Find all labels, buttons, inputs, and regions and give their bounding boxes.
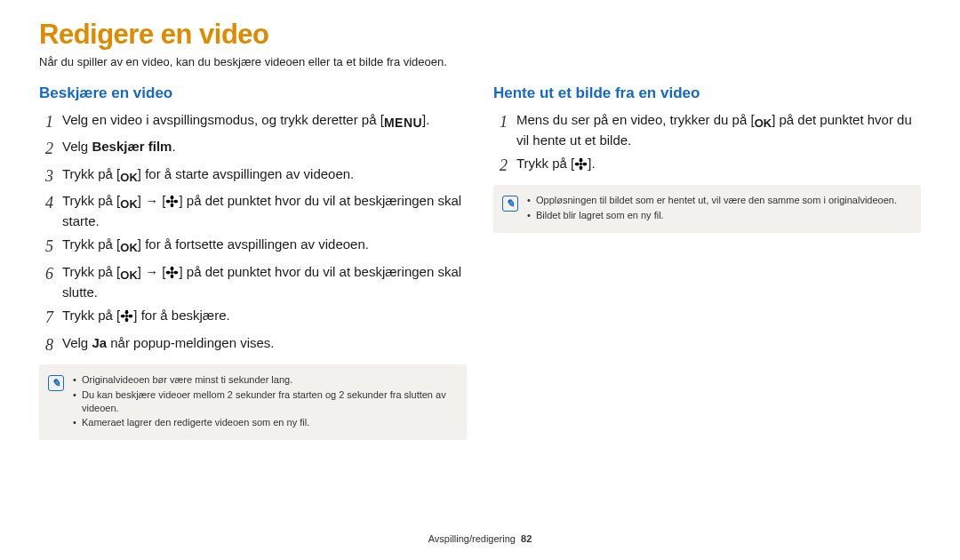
flower-icon <box>120 309 133 327</box>
ok-icon: OK <box>120 170 138 186</box>
svg-point-13 <box>121 315 125 318</box>
svg-point-18 <box>575 163 580 166</box>
step-text: Trykk på [OK] for å starte avspillingen … <box>62 165 467 186</box>
step-item: 3Trykk på [OK] for å starte avspillingen… <box>39 165 467 187</box>
ok-icon: OK <box>120 196 138 212</box>
note-item: Bildet blir lagret som en ny fil. <box>527 209 910 222</box>
section-heading-capture: Hente ut et bilde fra en video <box>493 84 921 102</box>
svg-point-0 <box>171 200 173 203</box>
two-column-layout: Beskjære en video 1Velg en video i avspi… <box>39 84 921 440</box>
svg-point-7 <box>171 274 174 278</box>
ok-icon: OK <box>120 240 138 256</box>
svg-point-5 <box>171 271 173 274</box>
page-footer: Avspilling/redigering 82 <box>0 533 960 544</box>
ok-icon: OK <box>120 268 138 284</box>
step-text: Trykk på [OK] for å fortsette avspilling… <box>62 236 467 256</box>
step-number: 3 <box>39 165 53 187</box>
step-number: 8 <box>39 334 53 356</box>
svg-point-12 <box>125 318 129 323</box>
step-number: 1 <box>39 111 53 132</box>
step-text: Mens du ser på en video, trykker du på [… <box>516 111 921 149</box>
svg-point-4 <box>174 200 179 204</box>
step-item: 2Trykk på []. <box>493 155 921 176</box>
intro-text: Når du spiller av en video, kan du beskj… <box>39 55 921 68</box>
step-text: Trykk på [OK] → [] på det punktet hvor d… <box>62 263 467 302</box>
step-number: 2 <box>39 138 53 159</box>
svg-point-3 <box>166 200 171 204</box>
footer-page-number: 82 <box>521 533 532 544</box>
trim-steps-list: 1Velg en video i avspillingsmodus, og tr… <box>39 111 467 356</box>
step-number: 5 <box>39 236 53 257</box>
step-text: Trykk på [] for å beskjære. <box>62 307 467 327</box>
step-number: 4 <box>39 192 53 213</box>
step-item: 5Trykk på [OK] for å fortsette avspillin… <box>39 236 467 257</box>
flower-icon <box>165 266 179 284</box>
note-box-trim: ✎ Originalvideoen bør være minst ti seku… <box>39 364 467 440</box>
svg-point-2 <box>171 203 174 207</box>
capture-steps-list: 1Mens du ser på en video, trykker du på … <box>493 111 921 176</box>
flower-icon <box>574 157 588 175</box>
step-item: 6Trykk på [OK] → [] på det punktet hvor … <box>39 263 467 302</box>
step-item: 4Trykk på [OK] → [] på det punktet hvor … <box>39 192 467 231</box>
page-title: Redigere en video <box>39 20 921 50</box>
note-item: Du kan beskjære videoer mellom 2 sekunde… <box>73 388 456 415</box>
note-item: Oppløsningen til bildet som er hentet ut… <box>527 194 910 207</box>
note-box-capture: ✎ Oppløsningen til bildet som er hentet … <box>493 185 921 233</box>
svg-point-19 <box>583 163 588 166</box>
svg-point-9 <box>174 270 179 274</box>
note-item: Kameraet lagrer den redigerte videoen so… <box>73 416 456 429</box>
step-item: 8Velg Ja når popup-meldingen vises. <box>39 334 467 356</box>
ok-icon: OK <box>755 116 772 132</box>
svg-point-15 <box>580 163 582 165</box>
step-text: Velg Beskjær film. <box>62 138 467 156</box>
step-number: 6 <box>39 263 53 284</box>
step-text: Trykk på []. <box>516 155 921 175</box>
trim-notes-list: Originalvideoen bør være minst ti sekund… <box>73 373 456 431</box>
step-item: 7Trykk på [] for å beskjære. <box>39 307 467 328</box>
step-number: 1 <box>493 111 508 132</box>
menu-icon: MENU <box>384 115 422 132</box>
note-item: Originalvideoen bør være minst ti sekund… <box>73 373 456 387</box>
footer-section: Avspilling/redigering <box>428 533 516 544</box>
svg-point-1 <box>171 196 174 200</box>
svg-point-16 <box>580 158 583 163</box>
svg-point-6 <box>171 267 174 271</box>
svg-point-14 <box>129 315 133 318</box>
step-number: 2 <box>493 155 508 176</box>
svg-point-8 <box>166 270 171 274</box>
manual-page: Redigere en video Når du spiller av en v… <box>0 0 960 560</box>
section-heading-trim: Beskjære en video <box>39 84 467 102</box>
step-item: 2Velg Beskjær film. <box>39 138 467 159</box>
svg-point-17 <box>580 165 583 170</box>
step-text: Velg Ja når popup-meldingen vises. <box>62 334 467 352</box>
svg-point-10 <box>125 315 128 317</box>
step-number: 7 <box>39 307 53 328</box>
flower-icon <box>165 195 179 212</box>
note-icon: ✎ <box>48 375 64 391</box>
step-item: 1Velg en video i avspillingsmodus, og tr… <box>39 111 467 132</box>
step-item: 1Mens du ser på en video, trykker du på … <box>493 111 921 149</box>
right-column: Hente ut et bilde fra en video 1Mens du … <box>493 84 921 440</box>
left-column: Beskjære en video 1Velg en video i avspi… <box>39 84 467 440</box>
svg-point-11 <box>125 310 129 315</box>
step-text: Velg en video i avspillingsmodus, og try… <box>62 111 467 132</box>
step-text: Trykk på [OK] → [] på det punktet hvor d… <box>62 192 467 231</box>
capture-notes-list: Oppløsningen til bildet som er hentet ut… <box>527 194 910 224</box>
note-icon: ✎ <box>502 196 518 212</box>
